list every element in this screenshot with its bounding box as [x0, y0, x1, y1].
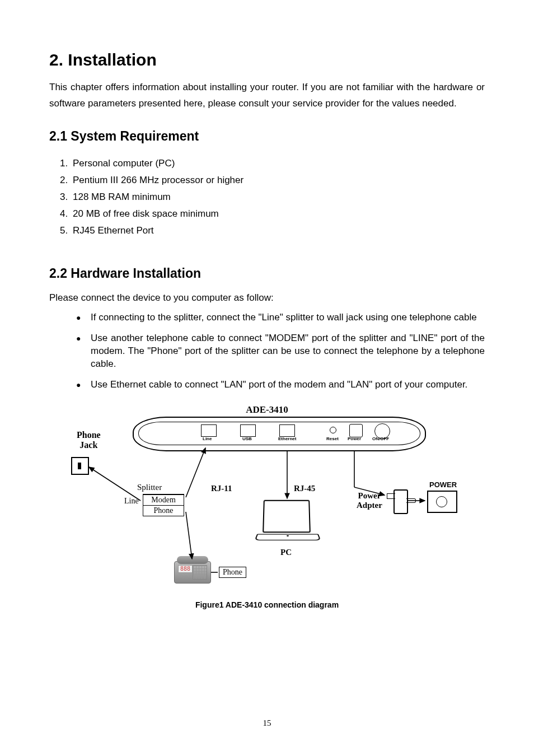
- connection-diagram: ADE-3410 Line USB Ethernet Reset Power O…: [71, 404, 463, 595]
- list-item: Use another telephone cable to connect "…: [76, 332, 485, 379]
- figure-container: ADE-3410 Line USB Ethernet Reset Power O…: [49, 404, 485, 609]
- svg-line-0: [89, 467, 140, 501]
- power-adapter-label: Power Adpter: [357, 491, 382, 510]
- list-item: Use Ethernet cable to connect "LAN" port…: [76, 379, 485, 399]
- router-port-onoff: ON/OFF: [372, 436, 389, 441]
- splitter-icon: Line Modem Phone: [143, 494, 184, 516]
- router-port-ethernet: Ethernet: [278, 436, 296, 441]
- power-adapter-icon: [394, 489, 408, 514]
- power-outlet-icon: [427, 491, 457, 513]
- power-outlet-label: POWER: [429, 480, 457, 489]
- pc-label: PC: [280, 548, 292, 557]
- list-item: Personal computer (PC): [71, 155, 485, 172]
- figure-caption: Figure1 ADE-3410 connection diagram: [49, 600, 485, 609]
- splitter-line-label: Line: [124, 497, 139, 506]
- chapter-heading: 2. Installation: [49, 50, 485, 69]
- rj11-label: RJ-11: [211, 484, 232, 493]
- router-port-line: Line: [203, 436, 212, 441]
- svg-line-2: [186, 512, 192, 559]
- diagram-title: ADE-3410: [71, 404, 463, 416]
- section-hardware-heading: 2.2 Hardware Installation: [49, 266, 485, 281]
- router-port-power: Power: [348, 436, 361, 441]
- list-item: 20 MB of free disk space minimum: [71, 206, 485, 222]
- splitter-label: Splitter: [137, 483, 162, 492]
- list-item: If connecting to the splitter, connect t…: [76, 311, 485, 332]
- phone-icon: [174, 561, 211, 584]
- router-icon: Line USB Ethernet Reset Power ON/OFF: [133, 417, 426, 451]
- rj45-label: RJ-45: [294, 484, 315, 493]
- section-hardware-intro: Please connect the device to you compute…: [49, 292, 485, 304]
- list-item: 128 MB RAM minimum: [71, 189, 485, 206]
- splitter-phone-row: Phone: [143, 505, 184, 516]
- install-bullets: If connecting to the splitter, connect t…: [49, 311, 485, 399]
- wall-jack-icon: [71, 457, 89, 475]
- section-requirement-heading: 2.1 System Requirement: [49, 129, 485, 144]
- requirements-list: Personal computer (PC) Pentium III 266 M…: [49, 155, 485, 239]
- list-item: Pentium III 266 MHz processor or higher: [71, 172, 485, 189]
- phone-jack-label: Phone Jack: [77, 430, 101, 450]
- splitter-modem-row: Modem: [143, 494, 184, 505]
- phone-box-label: Phone: [219, 567, 246, 578]
- router-port-usb: USB: [242, 436, 252, 441]
- svg-line-1: [186, 448, 205, 497]
- list-item: RJ45 Ethernet Port: [71, 222, 485, 239]
- router-port-reset: Reset: [326, 436, 339, 441]
- laptop-icon: [256, 500, 317, 544]
- page-number: 15: [0, 718, 534, 728]
- chapter-intro: This chapter offers information about in…: [49, 80, 485, 112]
